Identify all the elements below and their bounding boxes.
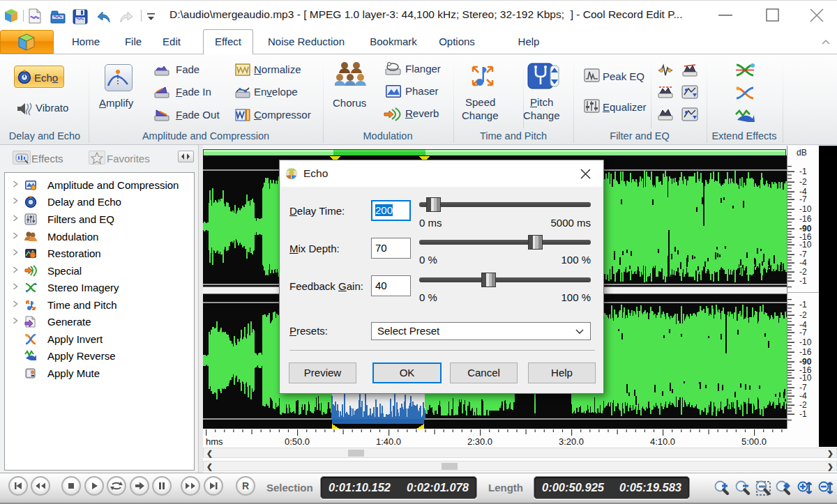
svg-text:5:00.0: 5:00.0 (741, 436, 767, 447)
svg-text:1:40.0: 1:40.0 (376, 436, 401, 447)
svg-text:R: R (242, 480, 249, 491)
svg-text:hms: hms (206, 436, 223, 447)
svg-text:0:50.0: 0:50.0 (285, 436, 310, 447)
svg-text:2:30.0: 2:30.0 (467, 436, 492, 447)
svg-text:4:10.0: 4:10.0 (650, 436, 675, 447)
svg-text:3:20.0: 3:20.0 (559, 436, 584, 447)
